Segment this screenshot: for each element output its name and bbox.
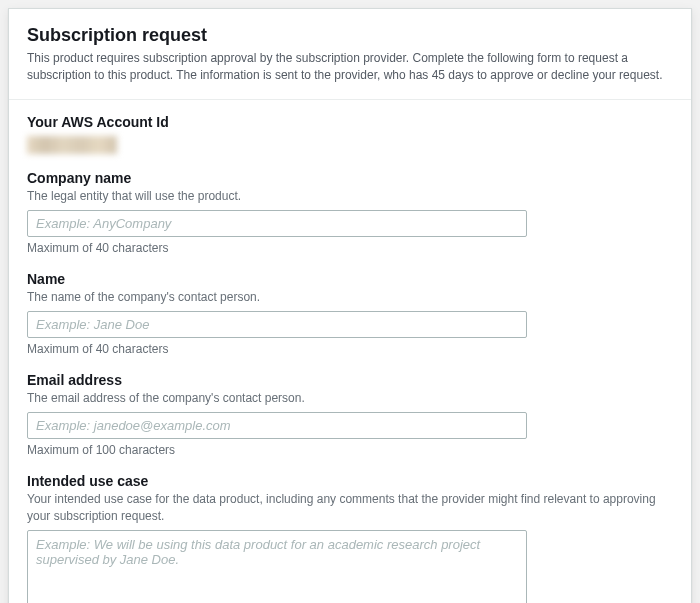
email-hint: The email address of the company's conta… bbox=[27, 390, 673, 406]
use-case-label: Intended use case bbox=[27, 473, 673, 489]
email-group: Email address The email address of the c… bbox=[27, 372, 673, 457]
use-case-hint: Your intended use case for the data prod… bbox=[27, 491, 673, 523]
use-case-textarea[interactable] bbox=[27, 530, 527, 603]
name-input[interactable] bbox=[27, 311, 527, 338]
company-name-input[interactable] bbox=[27, 210, 527, 237]
panel-header: Subscription request This product requir… bbox=[9, 9, 691, 100]
email-constraint: Maximum of 100 characters bbox=[27, 443, 673, 457]
name-hint: The name of the company's contact person… bbox=[27, 289, 673, 305]
company-name-label: Company name bbox=[27, 170, 673, 186]
name-constraint: Maximum of 40 characters bbox=[27, 342, 673, 356]
form-body: Your AWS Account Id Company name The leg… bbox=[9, 100, 691, 603]
company-name-hint: The legal entity that will use the produ… bbox=[27, 188, 673, 204]
company-name-constraint: Maximum of 40 characters bbox=[27, 241, 673, 255]
email-label: Email address bbox=[27, 372, 673, 388]
company-name-group: Company name The legal entity that will … bbox=[27, 170, 673, 255]
name-group: Name The name of the company's contact p… bbox=[27, 271, 673, 356]
page-title: Subscription request bbox=[27, 25, 673, 46]
subscription-request-panel: Subscription request This product requir… bbox=[8, 8, 692, 603]
email-input[interactable] bbox=[27, 412, 527, 439]
account-id-group: Your AWS Account Id bbox=[27, 114, 673, 154]
account-id-value-redacted bbox=[27, 136, 117, 154]
use-case-group: Intended use case Your intended use case… bbox=[27, 473, 673, 603]
account-id-label: Your AWS Account Id bbox=[27, 114, 673, 130]
page-description: This product requires subscription appro… bbox=[27, 50, 673, 85]
name-label: Name bbox=[27, 271, 673, 287]
